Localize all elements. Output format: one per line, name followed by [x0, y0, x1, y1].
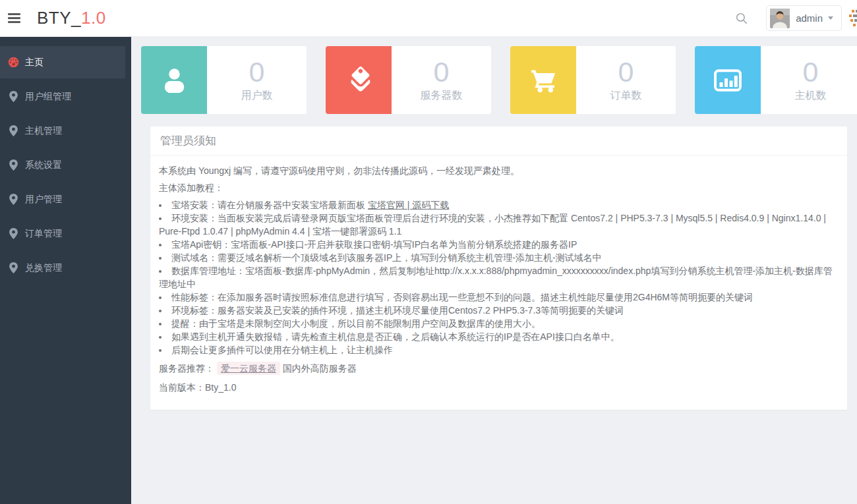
topbar-right: admin	[732, 5, 857, 31]
notice-list-item: 环境安装：当面板安装完成后请登录网页版宝塔面板管理后台进行环境的安装，小杰推荐如…	[159, 211, 837, 238]
stat-value: 0	[803, 58, 819, 86]
sidebar-item-兑换管理[interactable]: 兑换管理	[0, 252, 131, 284]
map-pin-icon	[7, 194, 19, 205]
cart-icon	[510, 46, 576, 114]
notice-list-item: 环境标签：服务器安装及已安装的插件环境，描述主机环境尽量使用Centos7.2 …	[159, 304, 837, 317]
recommend-label: 服务器推荐：	[159, 363, 214, 374]
map-pin-icon	[7, 125, 19, 136]
recommend-link[interactable]: 爱一云服务器	[217, 362, 280, 375]
sidebar-item-用户管理[interactable]: 用户管理	[0, 183, 131, 215]
sidebar-item-label: 兑换管理	[25, 262, 62, 274]
sidebar: 主页 用户组管理 主机管理 系统设置 用户管理 订单管理 兑换管理	[0, 37, 131, 504]
topbar: BTY_1.0 admin	[0, 0, 857, 37]
sidebar-item-订单管理[interactable]: 订单管理	[0, 217, 131, 250]
sidebar-item-系统设置[interactable]: 系统设置	[0, 149, 131, 181]
stat-label: 主机数	[795, 89, 827, 103]
notice-intro: 本系统由 Youngxj 编写，请遵守源码使用守则，勿非法传播此源码，一经发现严…	[159, 164, 837, 177]
app-logo: BTY_1.0	[37, 8, 106, 28]
stat-card: 0 用户数	[141, 46, 307, 114]
logo-version: 1.0	[81, 8, 106, 28]
notice-item-link[interactable]: 宝塔官网 | 源码下载	[368, 200, 449, 210]
version-line: 当前版本：Bty_1.0	[159, 381, 837, 394]
panel-title: 管理员须知	[150, 126, 847, 155]
notice-list-item: 数据库管理地址：宝塔面板-数据库-phpMyAdmin，然后复制地址http:/…	[159, 264, 837, 291]
version-value: Bty_1.0	[205, 382, 236, 393]
notice-list-item: 提醒：由于宝塔是未限制空间大小制度，所以目前不能限制用户空间及数据库的使用大小。	[159, 317, 837, 330]
avatar	[770, 9, 790, 28]
notice-list-item: 测试域名：需要泛域名解析一个顶级域名到该服务器IP上，填写到分销系统主机管理-添…	[159, 251, 837, 264]
notice-list-item: 后期会让更多插件可以使用在分销主机上，让主机操作	[159, 343, 837, 356]
stat-card: 0 主机数	[695, 46, 857, 114]
panel-body: 本系统由 Youngxj 编写，请遵守源码使用守则，勿非法传播此源码，一经发现严…	[150, 155, 847, 410]
sidebar-item-label: 主机管理	[25, 125, 62, 137]
stat-label: 订单数	[610, 89, 642, 103]
stat-label: 用户数	[241, 89, 273, 103]
map-pin-icon	[7, 262, 19, 273]
tags-icon	[326, 46, 392, 114]
chart-icon	[695, 46, 761, 114]
user-icon	[141, 46, 207, 114]
stat-value: 0	[434, 58, 450, 86]
sidebar-item-主机管理[interactable]: 主机管理	[0, 115, 131, 147]
sidebar-item-label: 主页	[25, 57, 44, 69]
map-pin-icon	[7, 228, 19, 239]
search-icon[interactable]	[732, 9, 752, 28]
menu-toggle-icon[interactable]	[3, 5, 29, 32]
chevron-down-icon	[828, 16, 833, 20]
user-menu[interactable]: admin	[766, 5, 842, 31]
notice-list-item: 性能标签：在添加服务器时请按照标准信息进行填写，否则容易出现一些意想不到的问题。…	[159, 291, 837, 304]
notice-list: 宝塔安装：请在分销服务器中安装宝塔最新面板 宝塔官网 | 源码下载环境安装：当面…	[159, 198, 837, 356]
server-recommend-line: 服务器推荐： 爱一云服务器 国内外高防服务器	[159, 362, 837, 375]
sidebar-item-主页[interactable]: 主页	[0, 46, 125, 78]
notice-list-item: 如果遇到主机开通失败报错，请先检查主机信息是否正确，之后确认本系统运行的IP是否…	[159, 330, 837, 343]
stat-card: 0 服务器数	[326, 46, 491, 114]
stat-cards: 0 用户数 0 服务器数 0 订单数 0 主机数	[141, 46, 857, 114]
user-name: admin	[796, 13, 823, 24]
recommend-suffix: 国内外高防服务器	[283, 363, 357, 374]
sidebar-item-用户组管理[interactable]: 用户组管理	[0, 80, 131, 113]
sidebar-item-label: 系统设置	[25, 159, 62, 171]
map-pin-icon	[7, 159, 19, 171]
stat-label: 服务器数	[421, 89, 463, 103]
tasks-icon[interactable]	[847, 10, 857, 26]
notice-list-item: 宝塔Api密钥：宝塔面板-API接口-开启并获取接口密钥-填写IP白名单为当前分…	[159, 238, 837, 251]
notice-panel: 管理员须知 本系统由 Youngxj 编写，请遵守源码使用守则，勿非法传播此源码…	[150, 126, 847, 410]
notice-tutorial-heading: 主体添加教程：	[159, 181, 837, 194]
notice-list-item: 宝塔安装：请在分销服务器中安装宝塔最新面板 宝塔官网 | 源码下载	[159, 198, 837, 211]
logo-prefix: BTY_	[37, 8, 81, 28]
sidebar-item-label: 订单管理	[25, 228, 62, 240]
stat-value: 0	[618, 58, 634, 86]
map-pin-icon	[7, 91, 19, 102]
version-label: 当前版本：	[159, 382, 205, 393]
stat-value: 0	[249, 58, 265, 86]
stat-card: 0 订单数	[510, 46, 676, 114]
sidebar-item-label: 用户管理	[25, 194, 62, 206]
dashboard-icon	[7, 57, 19, 68]
sidebar-item-label: 用户组管理	[25, 91, 71, 103]
